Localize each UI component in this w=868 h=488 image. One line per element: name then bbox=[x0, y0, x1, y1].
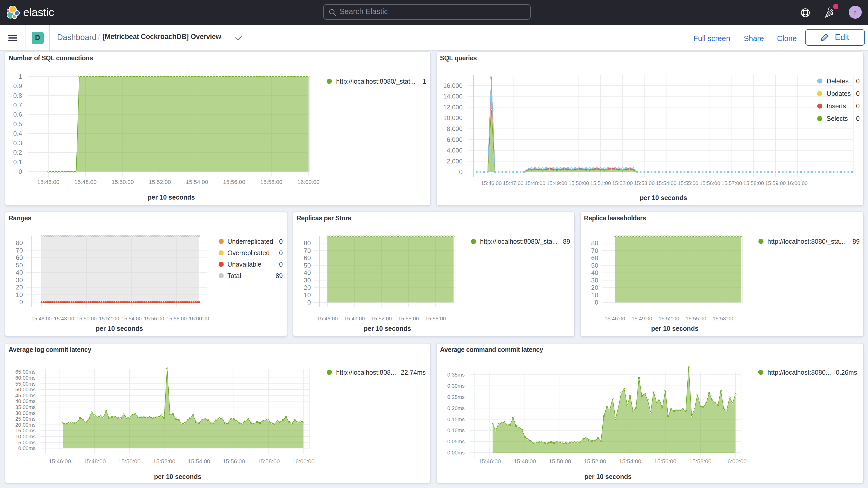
svg-text:22.74ms: 22.74ms bbox=[401, 369, 426, 376]
svg-text:0.20ms: 0.20ms bbox=[447, 405, 464, 411]
svg-text:15:54:00: 15:54:00 bbox=[188, 458, 210, 465]
svg-text:0.1: 0.1 bbox=[13, 158, 22, 165]
svg-text:http://localhost:8080/_stat...: http://localhost:8080/_stat... bbox=[336, 78, 415, 85]
svg-text:15:56:00: 15:56:00 bbox=[222, 458, 245, 465]
svg-text:60: 60 bbox=[591, 254, 598, 262]
svg-text:70: 70 bbox=[591, 247, 598, 254]
svg-text:12,000: 12,000 bbox=[443, 104, 462, 111]
svg-text:40: 40 bbox=[16, 269, 23, 276]
svg-text:50: 50 bbox=[591, 262, 598, 269]
svg-text:0.9: 0.9 bbox=[13, 82, 22, 89]
svg-text:15:50:00: 15:50:00 bbox=[549, 458, 571, 465]
svg-text:Updates: Updates bbox=[827, 90, 850, 97]
svg-text:14,000: 14,000 bbox=[443, 93, 462, 100]
svg-text:15:52:00: 15:52:00 bbox=[371, 316, 392, 322]
svg-text:0.25ms: 0.25ms bbox=[447, 394, 464, 400]
svg-text:15:55:00: 15:55:00 bbox=[685, 316, 706, 322]
svg-text:16,000: 16,000 bbox=[443, 82, 462, 89]
svg-text:16:00:00: 16:00:00 bbox=[189, 316, 209, 322]
svg-text:15:46:00: 15:46:00 bbox=[478, 458, 501, 465]
svg-text:35.00ms: 35.00ms bbox=[15, 404, 35, 410]
svg-text:89: 89 bbox=[563, 238, 570, 245]
svg-text:15:59:00: 15:59:00 bbox=[765, 180, 785, 186]
svg-text:0: 0 bbox=[856, 90, 860, 97]
svg-text:15:46:00: 15:46:00 bbox=[604, 316, 625, 322]
svg-text:89: 89 bbox=[852, 238, 860, 245]
svg-text:0: 0 bbox=[18, 168, 22, 175]
svg-text:15:48:00: 15:48:00 bbox=[83, 458, 105, 465]
svg-text:70: 70 bbox=[16, 247, 23, 254]
svg-text:30: 30 bbox=[304, 277, 311, 284]
svg-text:20: 20 bbox=[16, 284, 23, 291]
svg-text:50.00ms: 50.00ms bbox=[15, 387, 35, 392]
svg-text:http://localhost:8080...: http://localhost:8080... bbox=[767, 369, 831, 376]
svg-text:50: 50 bbox=[304, 262, 311, 269]
svg-text:Selects: Selects bbox=[827, 115, 848, 122]
svg-text:15:58:00: 15:58:00 bbox=[712, 316, 733, 322]
svg-text:89: 89 bbox=[275, 272, 282, 279]
svg-text:65.00ms: 65.00ms bbox=[15, 369, 35, 375]
svg-text:6,000: 6,000 bbox=[446, 136, 462, 143]
svg-text:70: 70 bbox=[304, 247, 311, 254]
svg-text:0.30ms: 0.30ms bbox=[447, 383, 464, 389]
svg-text:0.05ms: 0.05ms bbox=[447, 439, 464, 444]
svg-text:15:52:00: 15:52:00 bbox=[153, 458, 175, 465]
svg-text:15:57:00: 15:57:00 bbox=[721, 180, 742, 186]
svg-text:15:55:00: 15:55:00 bbox=[398, 316, 418, 322]
svg-text:45.00ms: 45.00ms bbox=[15, 393, 35, 398]
svg-text:15:58:00: 15:58:00 bbox=[257, 458, 280, 465]
svg-text:Deletes: Deletes bbox=[827, 78, 848, 85]
svg-text:15:49:00: 15:49:00 bbox=[631, 316, 652, 322]
svg-text:40.00ms: 40.00ms bbox=[15, 398, 35, 404]
svg-text:15:46:00: 15:46:00 bbox=[48, 458, 71, 465]
svg-text:15:52:00: 15:52:00 bbox=[612, 180, 632, 186]
svg-text:0.35ms: 0.35ms bbox=[447, 372, 464, 377]
svg-text:15:58:00: 15:58:00 bbox=[689, 458, 711, 465]
svg-text:0.2: 0.2 bbox=[13, 149, 22, 156]
svg-text:0.3: 0.3 bbox=[13, 140, 22, 147]
svg-text:0: 0 bbox=[856, 102, 860, 110]
svg-text:15:46:00: 15:46:00 bbox=[37, 179, 59, 185]
svg-text:40: 40 bbox=[591, 269, 598, 276]
svg-text:60: 60 bbox=[16, 254, 23, 261]
svg-text:2,000: 2,000 bbox=[446, 158, 462, 165]
svg-text:30: 30 bbox=[591, 277, 598, 284]
svg-text:4,000: 4,000 bbox=[446, 147, 462, 154]
svg-text:15:56:00: 15:56:00 bbox=[699, 180, 720, 186]
svg-text:20.00ms: 20.00ms bbox=[15, 422, 35, 428]
svg-text:20: 20 bbox=[304, 284, 311, 291]
svg-text:15:48:00: 15:48:00 bbox=[74, 179, 96, 185]
svg-text:per 10 seconds: per 10 seconds bbox=[95, 325, 143, 332]
svg-text:Total: Total bbox=[227, 272, 241, 279]
svg-text:15:56:00: 15:56:00 bbox=[654, 458, 676, 465]
svg-text:16:00:00: 16:00:00 bbox=[724, 458, 746, 465]
svg-text:15:49:00: 15:49:00 bbox=[546, 180, 567, 186]
svg-text:15:52:00: 15:52:00 bbox=[148, 179, 171, 185]
svg-text:0.4: 0.4 bbox=[13, 130, 22, 137]
svg-text:0.7: 0.7 bbox=[13, 101, 22, 109]
svg-text:per 10 seconds: per 10 seconds bbox=[640, 194, 687, 202]
svg-text:per 10 seconds: per 10 seconds bbox=[584, 473, 631, 480]
svg-text:15:50:00: 15:50:00 bbox=[111, 179, 133, 185]
svg-text:per 10 seconds: per 10 seconds bbox=[147, 193, 195, 201]
svg-text:15:46:00: 15:46:00 bbox=[317, 316, 337, 322]
svg-text:10.00ms: 10.00ms bbox=[15, 434, 35, 439]
svg-text:30: 30 bbox=[16, 276, 23, 283]
svg-text:15:56:00: 15:56:00 bbox=[144, 316, 164, 322]
svg-text:15:52:00: 15:52:00 bbox=[584, 458, 606, 465]
svg-text:Overreplicated: Overreplicated bbox=[227, 249, 270, 256]
svg-text:per 10 seconds: per 10 seconds bbox=[364, 325, 411, 332]
svg-text:15:48:00: 15:48:00 bbox=[54, 316, 74, 322]
svg-text:10: 10 bbox=[16, 291, 23, 298]
svg-text:15:47:00: 15:47:00 bbox=[503, 180, 523, 186]
svg-text:per 10 seconds: per 10 seconds bbox=[651, 325, 698, 332]
svg-text:60.00ms: 60.00ms bbox=[15, 375, 35, 381]
svg-text:16:00:00: 16:00:00 bbox=[292, 458, 314, 465]
svg-text:55.00ms: 55.00ms bbox=[15, 381, 35, 387]
svg-text:0: 0 bbox=[307, 299, 311, 306]
svg-text:15:50:00: 15:50:00 bbox=[118, 458, 140, 465]
svg-text:15:54:00: 15:54:00 bbox=[619, 458, 641, 465]
svg-text:per 10 seconds: per 10 seconds bbox=[154, 473, 201, 480]
svg-text:15:55:00: 15:55:00 bbox=[678, 180, 698, 186]
svg-text:0.00ms: 0.00ms bbox=[447, 450, 464, 456]
